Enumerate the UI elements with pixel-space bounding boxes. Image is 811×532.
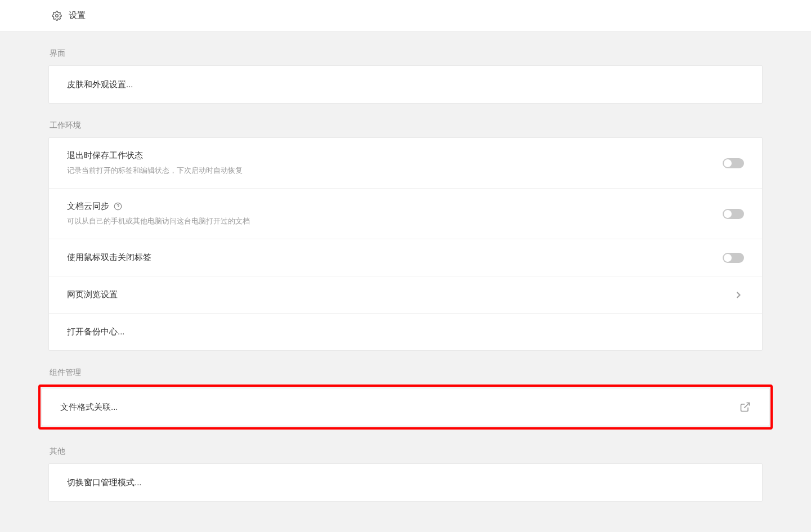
gear-icon [52,11,62,21]
chevron-right-icon [733,289,744,301]
row-title: 使用鼠标双击关闭标签 [67,252,151,263]
row-save-state[interactable]: 退出时保存工作状态 记录当前打开的标签和编辑状态，下次启动时自动恢复 [49,138,762,188]
card-interface: 皮肤和外观设置... [48,65,763,104]
section-label-interface: 界面 [48,48,763,59]
row-desc: 可以从自己的手机或其他电脑访问这台电脑打开过的文档 [67,216,250,226]
row-skin-appearance[interactable]: 皮肤和外观设置... [49,66,762,103]
row-web-browse[interactable]: 网页浏览设置 [49,276,762,313]
row-title: 退出时保存工作状态 [67,150,243,161]
card-components: 文件格式关联... [42,388,769,426]
row-title: 打开备份中心... [67,327,125,337]
settings-content: 界面 皮肤和外观设置... 工作环境 退出时保存工作状态 记录当前打开的标签和编… [0,48,811,502]
row-desc: 记录当前打开的标签和编辑状态，下次启动时自动恢复 [67,166,243,176]
toggle-save-state[interactable] [723,158,744,168]
section-label-components: 组件管理 [48,368,763,378]
page-title: 设置 [69,10,86,21]
row-title: 切换窗口管理模式... [67,477,142,488]
card-workenv: 退出时保存工作状态 记录当前打开的标签和编辑状态，下次启动时自动恢复 文档云同步… [48,137,763,351]
row-backup-center[interactable]: 打开备份中心... [49,313,762,350]
section-label-workenv: 工作环境 [48,120,763,131]
svg-point-0 [56,14,59,17]
row-title: 文件格式关联... [60,402,118,413]
row-cloud-sync[interactable]: 文档云同步 可以从自己的手机或其他电脑访问这台电脑打开过的文档 [49,188,762,239]
toggle-cloud-sync[interactable] [723,209,744,219]
toggle-double-click[interactable] [723,253,744,263]
external-link-icon [740,401,751,413]
row-title: 皮肤和外观设置... [67,79,133,90]
row-window-mode[interactable]: 切换窗口管理模式... [49,464,762,501]
svg-line-3 [744,403,749,408]
card-other: 切换窗口管理模式... [48,463,763,502]
page-header: 设置 [0,0,811,32]
help-icon[interactable] [114,202,122,211]
row-title: 文档云同步 [67,201,250,212]
row-file-format[interactable]: 文件格式关联... [42,388,769,426]
section-label-other: 其他 [48,446,763,457]
highlight-annotation: 文件格式关联... [38,385,773,430]
row-title: 网页浏览设置 [67,289,118,300]
row-double-click-close[interactable]: 使用鼠标双击关闭标签 [49,239,762,276]
